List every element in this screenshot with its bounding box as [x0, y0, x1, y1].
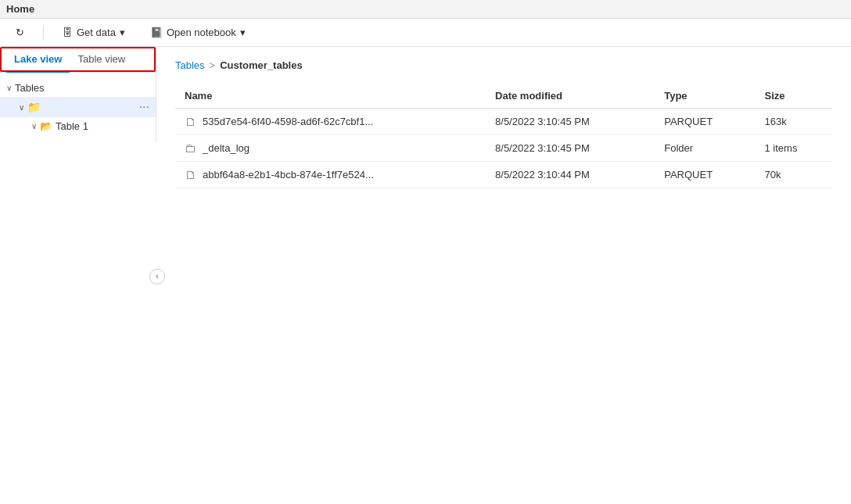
table1-label: Table 1 [56, 120, 88, 132]
open-notebook-button[interactable]: 📓 Open notebook ▾ [144, 23, 252, 41]
file-name-2: _delta_log [203, 142, 250, 154]
tree-section-tables[interactable]: ∨ Tables [0, 79, 156, 97]
customer-tables-folder-icon: 📁 [27, 101, 41, 113]
top-bar: Home [0, 0, 851, 19]
table-row[interactable]: 🗀 _delta_log 8/5/2022 3:10:45 PM Folder … [175, 135, 832, 162]
breadcrumb-separator: > [210, 59, 216, 71]
open-notebook-chevron-icon: ▾ [240, 27, 246, 38]
table-row[interactable]: 🗋 535d7e54-6f40-4598-ad6f-62c7cbf1... 8/… [175, 109, 832, 135]
table-row[interactable]: 🗋 abbf64a8-e2b1-4bcb-874e-1ff7e524... 8/… [175, 162, 832, 188]
toolbar-separator [43, 26, 44, 40]
file-date-1: 8/5/2022 3:10:45 PM [486, 109, 655, 135]
file-date-2: 8/5/2022 3:10:45 PM [486, 135, 655, 162]
database-icon: 🗄 [63, 27, 73, 38]
col-type: Type [655, 84, 755, 109]
sidebar: Lake view Table view ∨ Tables ∨ 📁 [0, 47, 156, 141]
tab-lake-view-label: Lake view [14, 53, 62, 65]
tree-subitem-table1[interactable]: ∨ 📂 Table 1 [0, 117, 156, 135]
refresh-icon: ↻ [16, 27, 24, 38]
breadcrumb-current: Customer_tables [220, 59, 302, 71]
get-data-button[interactable]: 🗄 Get data ▾ [56, 23, 131, 41]
file-type-1: PARQUET [655, 109, 755, 135]
col-name: Name [175, 84, 486, 109]
file-name-1: 535d7e54-6f40-4598-ad6f-62c7cbf1... [203, 116, 373, 127]
breadcrumb-parent-link[interactable]: Tables [175, 59, 205, 71]
col-size: Size [756, 84, 832, 109]
file-size-1: 163k [756, 109, 832, 135]
file-name-3: abbf64a8-e2b1-4bcb-874e-1ff7e524... [203, 169, 374, 181]
tables-section-label: Tables [15, 82, 45, 94]
get-data-label: Get data [77, 27, 116, 38]
file-type-2: Folder [655, 135, 755, 162]
file-size-3: 70k [756, 162, 832, 188]
file-table-body: 🗋 535d7e54-6f40-4598-ad6f-62c7cbf1... 8/… [175, 109, 832, 188]
file-table-head: Name Date modified Type Size [175, 84, 832, 109]
collapse-sidebar-icon: ‹ [156, 272, 158, 281]
notebook-icon: 📓 [150, 27, 163, 38]
open-notebook-label: Open notebook [167, 27, 236, 38]
collapse-sidebar-button[interactable]: ‹ [149, 269, 165, 284]
file-name-cell-2: 🗀 _delta_log [175, 135, 486, 162]
file-name-wrapper-2: 🗀 _delta_log [185, 141, 476, 155]
file-icon-1: 🗋 [185, 115, 196, 128]
file-size-2: 1 items [756, 135, 832, 162]
content-area: Tables > Customer_tables Name Date modif… [156, 47, 851, 504]
table1-chevron-icon: ∨ [31, 122, 37, 130]
sidebar-wrapper: Lake view Table view ∨ Tables ∨ 📁 [0, 47, 156, 504]
file-date-3: 8/5/2022 3:10:44 PM [486, 162, 655, 188]
tab-bar: Lake view Table view [0, 47, 156, 73]
home-title: Home [6, 3, 34, 15]
sidebar-tree: ∨ Tables ∨ 📁 ··· ∨ 📂 Table 1 [0, 73, 156, 141]
tables-chevron-icon: ∨ [6, 84, 12, 92]
file-name-cell-3: 🗋 abbf64a8-e2b1-4bcb-874e-1ff7e524... [175, 162, 486, 188]
customer-tables-more-icon[interactable]: ··· [139, 100, 149, 114]
file-table: Name Date modified Type Size 🗋 535d7e54-… [175, 84, 832, 188]
tree-item-customer-tables-left: ∨ 📁 [19, 101, 41, 113]
file-type-3: PARQUET [655, 162, 755, 188]
file-name-cell-1: 🗋 535d7e54-6f40-4598-ad6f-62c7cbf1... [175, 109, 486, 135]
tree-item-customer-tables[interactable]: ∨ 📁 ··· [0, 97, 156, 117]
file-table-header-row: Name Date modified Type Size [175, 84, 832, 109]
refresh-button[interactable]: ↻ [9, 23, 31, 41]
col-date-modified: Date modified [486, 84, 655, 109]
table1-folder-icon: 📂 [40, 120, 52, 132]
tab-table-view-label: Table view [77, 53, 125, 65]
file-icon-3: 🗋 [185, 168, 196, 181]
file-name-wrapper-1: 🗋 535d7e54-6f40-4598-ad6f-62c7cbf1... [185, 115, 476, 128]
breadcrumb: Tables > Customer_tables [175, 59, 832, 71]
customer-tables-chevron-icon: ∨ [19, 103, 24, 112]
tab-lake-view[interactable]: Lake view [6, 47, 70, 73]
file-name-wrapper-3: 🗋 abbf64a8-e2b1-4bcb-874e-1ff7e524... [185, 168, 476, 181]
get-data-chevron-icon: ▾ [120, 27, 125, 38]
toolbar: ↻ 🗄 Get data ▾ 📓 Open notebook ▾ [0, 19, 851, 47]
folder-icon-2: 🗀 [185, 141, 196, 155]
tab-table-view[interactable]: Table view [70, 47, 133, 73]
main-layout: Lake view Table view ∨ Tables ∨ 📁 [0, 47, 851, 504]
